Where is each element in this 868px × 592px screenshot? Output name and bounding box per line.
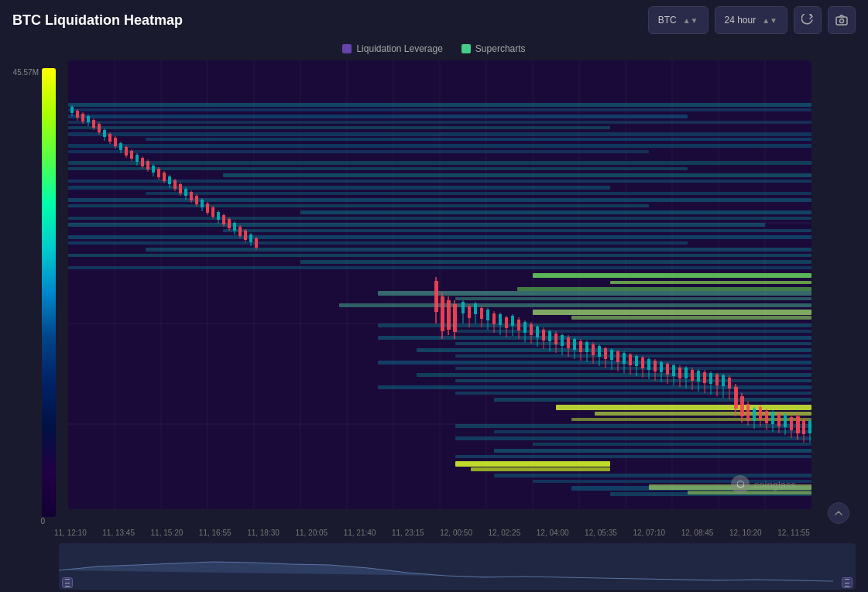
legend-label-liquidation: Liquidation Leverage [356,43,442,54]
svg-rect-161 [447,300,451,330]
page-title: BTC Liquidation Heatmap [12,12,648,29]
time-label-3: 11, 16:55 [199,529,232,537]
svg-rect-149 [238,227,242,236]
svg-rect-47 [223,229,811,232]
legend-dot-liquidation [342,44,352,53]
scroll-up-icon[interactable] [828,502,849,524]
svg-rect-205 [585,342,588,352]
svg-rect-273 [796,416,800,433]
svg-rect-135 [201,200,204,207]
svg-rect-143 [222,215,225,224]
svg-rect-23 [68,115,688,118]
svg-rect-189 [536,327,539,337]
svg-rect-105 [119,143,122,150]
svg-rect-213 [610,350,613,360]
svg-rect-93 [87,116,90,122]
svg-rect-251 [728,378,731,388]
svg-rect-65 [378,361,811,364]
color-scale-bar [42,68,56,517]
svg-rect-57 [533,310,811,315]
time-selector[interactable]: 24 hour ▲▼ [715,6,788,34]
svg-rect-55 [455,297,811,300]
camera-icon [835,14,848,26]
svg-rect-0 [836,17,847,25]
svg-rect-153 [249,234,252,242]
svg-rect-175 [492,313,496,324]
svg-rect-223 [641,358,644,368]
btc-dropdown-arrow: ▲▼ [683,16,698,25]
svg-rect-22 [68,108,811,111]
svg-rect-39 [68,180,811,183]
svg-rect-195 [554,334,558,344]
time-dropdown-arrow: ▲▼ [762,16,777,25]
svg-rect-237 [684,368,688,378]
svg-rect-87 [70,107,74,113]
svg-rect-42 [68,198,811,202]
time-label-15: 12, 11:55 [777,529,810,537]
svg-rect-76 [494,449,811,453]
mini-chart-svg [59,543,856,590]
svg-rect-277 [808,421,811,433]
scroll-handle-right[interactable] [842,577,853,588]
time-label-11: 12, 05:35 [585,529,617,537]
svg-rect-52 [300,260,811,264]
svg-rect-70 [455,392,811,395]
svg-rect-267 [777,414,781,426]
svg-rect-235 [678,368,681,378]
svg-rect-35 [571,418,811,421]
svg-rect-171 [480,308,483,319]
mini-chart[interactable] [59,543,856,590]
svg-rect-113 [141,158,144,166]
time-label-9: 12, 02:25 [489,529,521,537]
time-label-1: 11, 13:45 [102,529,135,537]
camera-button[interactable] [828,6,856,34]
svg-rect-201 [573,339,576,350]
svg-rect-38 [223,173,811,177]
svg-rect-215 [616,351,619,362]
btc-selector[interactable]: BTC ▲▼ [648,6,708,34]
svg-rect-119 [157,169,160,177]
svg-rect-255 [740,396,744,416]
svg-rect-249 [722,375,725,386]
svg-rect-207 [592,344,595,355]
scroll-handle-left[interactable] [62,577,73,588]
svg-rect-265 [771,412,774,424]
svg-rect-243 [703,372,706,383]
grid-lines [68,60,811,509]
svg-rect-241 [697,371,700,382]
svg-rect-271 [790,417,793,430]
svg-rect-58 [571,316,811,320]
svg-rect-51 [68,254,811,257]
svg-rect-24 [68,121,811,124]
svg-rect-32 [517,287,811,291]
svg-rect-56 [339,303,811,307]
chart-legend: Liquidation Leverage Supercharts [0,40,868,60]
heatmap-canvas[interactable]: ⬡ coinglass [68,60,811,509]
svg-rect-141 [217,212,220,220]
svg-rect-46 [68,223,765,227]
svg-rect-75 [533,443,811,446]
svg-rect-62 [455,342,811,345]
svg-rect-253 [734,387,738,409]
svg-rect-209 [598,346,601,357]
time-label-2: 11, 15:20 [151,529,184,537]
svg-rect-66 [455,367,811,370]
svg-rect-121 [163,173,166,181]
svg-rect-159 [441,296,444,331]
time-label-4: 11, 18:30 [247,529,280,537]
svg-rect-71 [494,398,811,402]
svg-rect-185 [523,322,527,333]
svg-rect-73 [494,430,811,433]
chart-section: 45.57M [0,60,868,517]
colorbar-min-label: 0 [40,517,45,525]
svg-rect-28 [68,144,811,148]
svg-rect-21 [68,103,811,107]
svg-rect-245 [709,373,712,384]
refresh-button[interactable] [794,6,822,34]
svg-rect-50 [146,248,811,252]
time-label-14: 12, 10:20 [729,529,762,537]
svg-rect-167 [468,306,471,318]
svg-rect-221 [635,356,638,366]
svg-rect-77 [455,455,811,458]
time-label-8: 12, 00:50 [440,529,472,537]
